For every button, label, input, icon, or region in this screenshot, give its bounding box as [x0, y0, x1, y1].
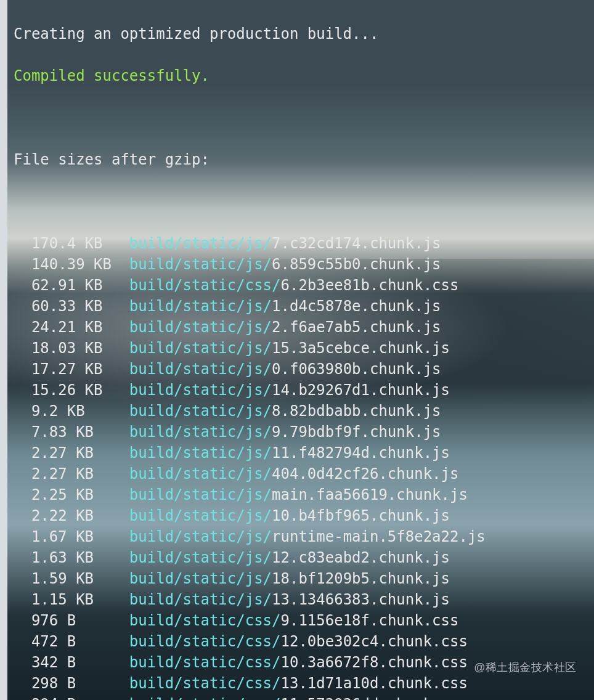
file-size: 60.33 KB — [31, 296, 129, 317]
file-name: 9.1156e18f.chunk.css — [280, 612, 458, 629]
file-name: 15.3a5cebce.chunk.js — [272, 340, 450, 357]
file-row: 1.63 KBbuild/static/js/12.c83eabd2.chunk… — [14, 547, 594, 568]
file-size: 294 B — [31, 694, 129, 700]
file-name: 10.3a6672f8.chunk.css — [280, 654, 467, 671]
file-row: 9.2 KBbuild/static/js/8.82bdbabb.chunk.j… — [14, 401, 594, 421]
file-row: 15.26 KBbuild/static/js/14.b29267d1.chun… — [14, 380, 594, 401]
file-row: 17.27 KBbuild/static/js/0.f063980b.chunk… — [14, 359, 594, 380]
file-name: 8.82bdbabb.chunk.js — [272, 402, 441, 420]
file-size: 2.22 KB — [31, 505, 129, 526]
file-path: build/static/js/ — [129, 465, 272, 482]
file-row: 2.27 KBbuild/static/js/404.0d42cf26.chun… — [14, 463, 594, 484]
file-path: build/static/js/ — [129, 528, 272, 545]
file-row: 170.4 KBbuild/static/js/7.c32cd174.chunk… — [14, 233, 594, 254]
file-path: build/static/js/ — [129, 256, 272, 273]
terminal-output: Creating an optimized production build..… — [0, 0, 594, 700]
file-row: 140.39 KBbuild/static/js/6.859c55b0.chun… — [14, 254, 594, 275]
file-size-list: 170.4 KBbuild/static/js/7.c32cd174.chunk… — [14, 233, 594, 700]
file-size: 1.63 KB — [31, 547, 129, 568]
file-path: build/static/js/ — [129, 423, 272, 441]
file-path: build/static/js/ — [129, 486, 272, 503]
compiled-status-line: Compiled successfully. — [14, 65, 594, 86]
file-size: 9.2 KB — [31, 401, 129, 421]
file-name: main.faa56619.chunk.js — [272, 486, 468, 503]
watermark-text: @稀土掘金技术社区 — [474, 657, 577, 678]
file-name: 2.f6ae7ab5.chunk.js — [272, 319, 441, 336]
file-path: build/static/js/ — [129, 444, 272, 462]
file-size: 1.15 KB — [31, 589, 129, 610]
file-path: build/static/css/ — [129, 675, 281, 692]
file-row: 2.27 KBbuild/static/js/11.f482794d.chunk… — [14, 442, 594, 463]
file-path: build/static/css/ — [129, 277, 281, 294]
file-size: 15.26 KB — [31, 380, 129, 401]
file-row: 294 Bbuild/static/css/11.573936dd.chunk.… — [14, 694, 594, 700]
file-name: 13.1d71a10d.chunk.css — [280, 675, 467, 692]
file-row: 62.91 KBbuild/static/css/6.2b3ee81b.chun… — [14, 275, 594, 296]
file-name: 13.13466383.chunk.js — [272, 591, 450, 608]
file-path: build/static/js/ — [129, 570, 272, 587]
file-name: runtime-main.5f8e2a22.js — [272, 528, 486, 545]
file-path: build/static/js/ — [129, 549, 272, 566]
file-size: 170.4 KB — [31, 233, 129, 254]
file-row: 472 Bbuild/static/css/12.0be302c4.chunk.… — [14, 631, 594, 652]
file-name: 1.d4c5878e.chunk.js — [272, 298, 441, 315]
file-row: 1.67 KBbuild/static/js/runtime-main.5f8e… — [14, 526, 594, 547]
file-row: 7.83 KBbuild/static/js/9.79bdbf9f.chunk.… — [14, 421, 594, 442]
file-name: 7.c32cd174.chunk.js — [272, 235, 441, 252]
file-row: 2.25 KBbuild/static/js/main.faa56619.chu… — [14, 484, 594, 505]
file-path: build/static/js/ — [129, 591, 272, 608]
file-size: 298 B — [31, 673, 129, 694]
file-path: build/static/js/ — [129, 235, 272, 252]
file-size: 1.67 KB — [31, 526, 129, 547]
file-path: build/static/js/ — [129, 360, 272, 378]
file-sizes-header: File sizes after gzip: — [14, 149, 594, 170]
file-size: 2.25 KB — [31, 484, 129, 505]
file-row: 60.33 KBbuild/static/js/1.d4c5878e.chunk… — [14, 296, 594, 317]
file-size: 2.27 KB — [31, 463, 129, 484]
file-path: build/static/css/ — [129, 612, 281, 629]
file-name: 6.2b3ee81b.chunk.css — [280, 277, 458, 294]
build-status-line: Creating an optimized production build..… — [14, 23, 594, 44]
file-size: 976 B — [31, 610, 129, 631]
file-path: build/static/css/ — [129, 696, 281, 700]
file-size: 140.39 KB — [31, 254, 129, 275]
file-path: build/static/js/ — [129, 319, 272, 336]
file-name: 18.bf1209b5.chunk.js — [272, 570, 450, 587]
file-size: 472 B — [31, 631, 129, 652]
file-name: 10.b4fbf965.chunk.js — [272, 507, 450, 524]
file-path: build/static/js/ — [129, 298, 272, 315]
file-path: build/static/js/ — [129, 340, 272, 357]
file-name: 6.859c55b0.chunk.js — [272, 256, 441, 273]
file-size: 18.03 KB — [31, 338, 129, 359]
file-row: 24.21 KBbuild/static/js/2.f6ae7ab5.chunk… — [14, 317, 594, 338]
file-size: 62.91 KB — [31, 275, 129, 296]
file-path: build/static/js/ — [129, 507, 272, 524]
file-row: 2.22 KBbuild/static/js/10.b4fbf965.chunk… — [14, 505, 594, 526]
file-name: 0.f063980b.chunk.js — [272, 360, 441, 378]
file-row: 1.59 KBbuild/static/js/18.bf1209b5.chunk… — [14, 568, 594, 589]
file-size: 2.27 KB — [31, 442, 129, 463]
file-size: 1.59 KB — [31, 568, 129, 589]
file-name: 9.79bdbf9f.chunk.js — [272, 423, 441, 441]
file-name: 12.c83eabd2.chunk.js — [272, 549, 450, 566]
file-size: 24.21 KB — [31, 317, 129, 338]
file-path: build/static/js/ — [129, 381, 272, 399]
file-name: 14.b29267d1.chunk.js — [272, 381, 450, 399]
file-name: 11.573936dd.chunk.css — [280, 696, 467, 700]
file-name: 12.0be302c4.chunk.css — [280, 633, 467, 650]
file-name: 404.0d42cf26.chunk.js — [272, 465, 458, 482]
file-path: build/static/css/ — [129, 654, 281, 671]
blank-line — [14, 107, 594, 128]
file-name: 11.f482794d.chunk.js — [272, 444, 450, 462]
file-size: 7.83 KB — [31, 421, 129, 442]
file-path: build/static/css/ — [129, 633, 281, 650]
file-row: 1.15 KBbuild/static/js/13.13466383.chunk… — [14, 589, 594, 610]
file-row: 976 Bbuild/static/css/9.1156e18f.chunk.c… — [14, 610, 594, 631]
file-size: 342 B — [31, 652, 129, 673]
blank-line — [14, 191, 594, 212]
file-row: 18.03 KBbuild/static/js/15.3a5cebce.chun… — [14, 338, 594, 359]
file-path: build/static/js/ — [129, 402, 272, 420]
file-size: 17.27 KB — [31, 359, 129, 380]
